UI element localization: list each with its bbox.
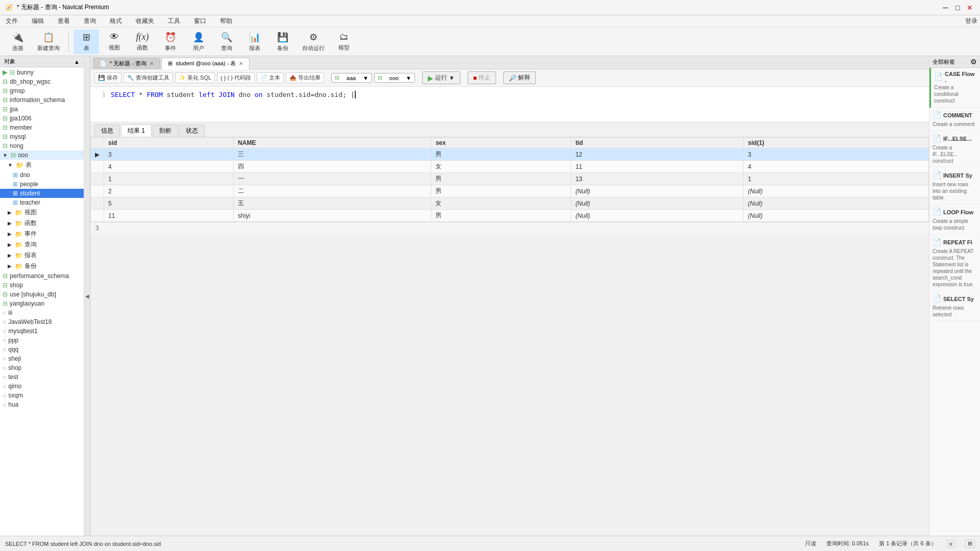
sidebar-item-people[interactable]: ⊞ people: [0, 180, 84, 189]
toolbar-query[interactable]: 🔍 查询: [214, 30, 239, 54]
beautify-sql-button[interactable]: ✨ 美化 SQL: [175, 72, 215, 83]
text-button[interactable]: 📄 文本: [257, 72, 284, 83]
snippet-repeat[interactable]: 📄 REPEAT Fl Create A REPEAT construct. T…: [929, 235, 980, 291]
sidebar-item-views[interactable]: ▶ 📁 视图: [0, 207, 84, 218]
menu-favorites[interactable]: 收藏夹: [133, 16, 157, 27]
sidebar-item-bunny[interactable]: ▶ ⊟ bunny: [0, 67, 84, 77]
sidebar-item-sxqm[interactable]: ○ sxqm: [0, 391, 84, 400]
sidebar-item-db_shop_wgsc[interactable]: ⊟ db_shop_wgsc: [0, 77, 84, 86]
sidebar-item-sheji[interactable]: ○ sheji: [0, 354, 84, 363]
menu-query[interactable]: 查询: [81, 16, 99, 27]
sidebar-item-mysqltest1[interactable]: ○ mysqltest1: [0, 327, 84, 336]
toolbar-model[interactable]: 🗂 模型: [331, 30, 357, 54]
sidebar-item-jpa1006[interactable]: ⊟ jpa1006: [0, 114, 84, 123]
sidebar-item-test[interactable]: ○ test: [0, 372, 84, 382]
sidebar-collapse-handle[interactable]: ◀: [84, 56, 90, 536]
student-tab-close[interactable]: ✕: [239, 61, 243, 66]
tab-analysis[interactable]: 剖析: [153, 124, 178, 137]
sidebar-item-qqq[interactable]: ○ qqq: [0, 345, 84, 354]
sidebar-item-teacher[interactable]: ⊞ teacher: [0, 198, 84, 207]
right-panel-icon[interactable]: ⚙: [970, 58, 977, 66]
sidebar-item-funcs[interactable]: ▶ 📁 函数: [0, 218, 84, 229]
layout-btn-2[interactable]: ⊞: [965, 539, 975, 548]
col-header-tid[interactable]: tid: [571, 138, 744, 148]
menu-file[interactable]: 文件: [3, 16, 21, 27]
menu-view[interactable]: 查看: [55, 16, 73, 27]
toolbar-table[interactable]: ⊞ 表: [74, 30, 99, 54]
sidebar-item-nong[interactable]: ⊟ nong: [0, 141, 84, 151]
minimize-button[interactable]: ─: [940, 3, 950, 13]
explain-button[interactable]: 🔎 解释: [503, 71, 536, 84]
sidebar-item-iii[interactable]: ○ iii: [0, 308, 84, 317]
sidebar-item-dno[interactable]: ⊞ dno: [0, 170, 84, 180]
table-row[interactable]: 11 shiyi 男 (Null) (Null): [91, 210, 929, 222]
menu-help[interactable]: 帮助: [217, 16, 235, 27]
tab-info[interactable]: 信息: [94, 124, 120, 137]
toolbar-event[interactable]: ⏰ 事件: [158, 30, 183, 54]
col-header-name[interactable]: NAME: [234, 138, 431, 148]
db-dropdown[interactable]: ⊟ aaa ▼: [331, 73, 372, 83]
sidebar-item-javawebtest18[interactable]: ○ JavaWebTest18: [0, 317, 84, 327]
title-bar-controls[interactable]: ─ □ ✕: [940, 3, 975, 13]
results-container[interactable]: sid NAME sex tid sid(1) ▶ 3 三 男: [90, 137, 929, 536]
snippet-if-else[interactable]: 📄 IF...ELSE... Create a IF...ELSE... con…: [929, 131, 980, 168]
toolbar-report[interactable]: 📊 报表: [242, 30, 267, 54]
toolbar-view[interactable]: 👁 视图: [102, 30, 127, 54]
menu-edit[interactable]: 编辑: [29, 16, 47, 27]
sidebar-item-performance[interactable]: ⊟ performance_schema: [0, 271, 84, 281]
snippet-select[interactable]: 📄 SELECT Sy Retrieve rows selected: [929, 291, 980, 321]
sidebar-item-events[interactable]: ▶ 📁 事件: [0, 229, 84, 239]
sidebar-item-shop[interactable]: ⊟ shop: [0, 281, 84, 290]
snippet-insert[interactable]: 📄 INSERT Sy Insert new rows into an exis…: [929, 168, 980, 205]
sidebar-item-mysql[interactable]: ⊟ mysql: [0, 132, 84, 141]
table-row[interactable]: 1 一 男 13 1: [91, 173, 929, 185]
tab-result1[interactable]: 结果 1: [121, 124, 152, 137]
sidebar-item-jpa[interactable]: ⊟ jpa: [0, 105, 84, 114]
sidebar-item-ppp[interactable]: ○ ppp: [0, 336, 84, 345]
run-button[interactable]: ▶ 运行 ▼: [422, 71, 460, 84]
close-button[interactable]: ✕: [965, 3, 975, 13]
col-header-sex[interactable]: sex: [431, 138, 571, 148]
toolbar-backup[interactable]: 💾 备份: [270, 30, 296, 54]
tab-query[interactable]: 📄 * 无标题 - 查询 ✕: [93, 58, 160, 69]
sidebar-item-member[interactable]: ⊟ member: [0, 123, 84, 132]
table-row[interactable]: ▶ 3 三 男 12 3: [91, 148, 929, 161]
sidebar-item-information_schema[interactable]: ⊟ information_schema: [0, 95, 84, 105]
table-row[interactable]: 4 四 女 11 4: [91, 161, 929, 173]
stop-button[interactable]: ■ 停止: [468, 71, 496, 84]
tab-student[interactable]: ⊞ student @ooo (aaa) - 表 ✕: [161, 58, 250, 69]
snippet-case-flow[interactable]: 📄 CASE Flow . Create a conditional const…: [931, 68, 980, 108]
toolbar-connect[interactable]: 🔌 连接: [5, 30, 31, 54]
sidebar-item-hua[interactable]: ○ hua: [0, 400, 84, 409]
export-button[interactable]: 📤 导出结果: [286, 72, 324, 83]
sidebar-item-tables[interactable]: ▼ 📁 表: [0, 160, 84, 170]
sidebar-item-gmsp[interactable]: ⊟ gmsp: [0, 86, 84, 95]
tab-status[interactable]: 状态: [179, 124, 205, 137]
menu-window[interactable]: 窗口: [191, 16, 209, 27]
snippet-comment[interactable]: 📄 COMMENT Create a comment: [929, 108, 980, 131]
sidebar-item-queries[interactable]: ▶ 📁 查询: [0, 239, 84, 250]
code-snippet-button[interactable]: { } ( ) 代码段: [217, 72, 255, 83]
save-button[interactable]: 💾 保存: [94, 72, 121, 83]
sidebar-item-student[interactable]: ⊞ student: [0, 189, 84, 198]
toolbar-function[interactable]: f(x) 函数: [130, 30, 155, 54]
sidebar-item-reports[interactable]: ▶ 📁 报表: [0, 250, 84, 261]
layout-btn-1[interactable]: ≡: [947, 540, 955, 548]
toolbar-user[interactable]: 👤 用户: [186, 30, 211, 54]
sidebar-item-backups[interactable]: ▶ 📁 备份: [0, 261, 84, 271]
snippet-loop[interactable]: 📄 LOOP Flow Create a simple loop constru…: [929, 205, 980, 235]
sidebar-item-use-shujuku[interactable]: ⊟ use [shujuku_db]: [0, 290, 84, 299]
sidebar-item-qimo[interactable]: ○ qimo: [0, 382, 84, 391]
table-row[interactable]: 2 二 男 (Null) (Null): [91, 185, 929, 197]
table-dropdown[interactable]: ⊟ ooo ▼: [374, 73, 415, 83]
col-header-sid[interactable]: sid: [104, 138, 234, 148]
query-tab-close[interactable]: ✕: [150, 61, 154, 66]
sidebar-item-ooo[interactable]: ▼ ⊟ ooo: [0, 151, 84, 160]
sidebar-scroll-up[interactable]: ▲: [74, 59, 80, 65]
table-row[interactable]: 5 五 女 (Null) (Null): [91, 197, 929, 210]
toolbar-autorun[interactable]: ⚙ 自动运行: [298, 30, 329, 54]
maximize-button[interactable]: □: [952, 3, 963, 13]
col-header-sid1[interactable]: sid(1): [744, 138, 929, 148]
build-query-button[interactable]: 🔧 查询创建工具: [124, 72, 173, 83]
sidebar-item-yanglaoyuan[interactable]: ⊟ yanglaoyuan: [0, 299, 84, 308]
